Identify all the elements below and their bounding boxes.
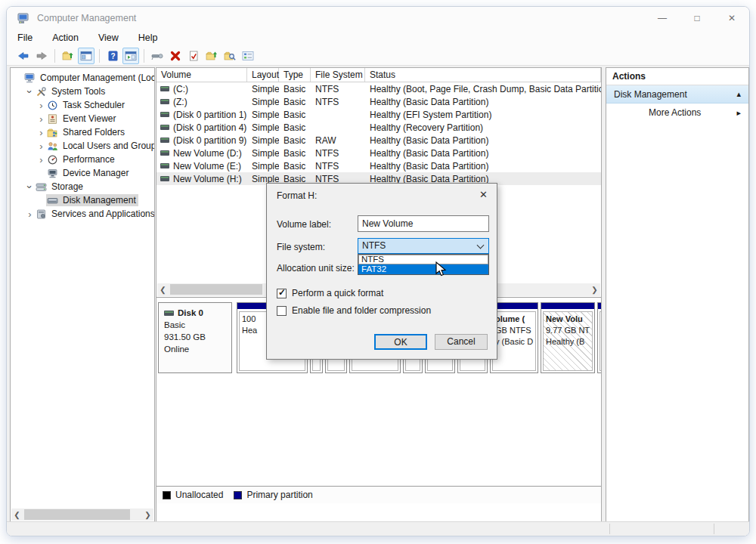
forward-icon[interactable] bbox=[33, 48, 50, 64]
ok-button[interactable]: OK bbox=[374, 334, 427, 350]
more-actions-item[interactable]: More Actions ▸ bbox=[606, 104, 748, 122]
cancel-button[interactable]: Cancel bbox=[435, 334, 488, 350]
volume-row-disk-0-partition-1[interactable]: (Disk 0 partition 1)SimpleBasicHealthy (… bbox=[156, 108, 601, 121]
action-pane-icon[interactable] bbox=[122, 48, 139, 64]
partition-block-9[interactable]: New Volu9.77 GB NTHealthy (B bbox=[541, 302, 595, 373]
tree-item-disk-management[interactable]: Disk Management bbox=[11, 193, 154, 207]
chevron-collapsed-icon[interactable]: › bbox=[36, 155, 46, 165]
shared-folders-icon bbox=[47, 128, 58, 138]
check-document-icon[interactable] bbox=[185, 48, 202, 64]
tree-item-label: Shared Folders bbox=[60, 126, 127, 138]
volume-table-header: VolumeLayoutTypeFile SystemStatus bbox=[156, 68, 601, 82]
minimize-button[interactable]: — bbox=[645, 7, 680, 29]
volume-row-disk-0-partition-9[interactable]: (Disk 0 partition 9)SimpleBasicRAWHealth… bbox=[156, 134, 601, 147]
tree-item-task-scheduler[interactable]: ›Task Scheduler bbox=[11, 98, 154, 112]
task-scheduler-icon bbox=[47, 100, 58, 110]
scroll-thumb[interactable] bbox=[170, 284, 262, 295]
file-system-option-fat32[interactable]: FAT32 bbox=[358, 264, 488, 274]
cell-file-system: NTFS bbox=[311, 148, 365, 159]
chevron-collapsed-icon[interactable]: › bbox=[36, 128, 46, 138]
volume-label-input[interactable]: New Volume bbox=[358, 215, 489, 232]
back-icon[interactable] bbox=[15, 48, 32, 64]
cell-volume: (Disk 0 partition 1) bbox=[156, 110, 247, 120]
volume-row-new-volume-d[interactable]: New Volume (D:)SimpleBasicNTFSHealthy (B… bbox=[156, 147, 601, 159]
file-system-option-ntfs[interactable]: NTFS bbox=[358, 255, 488, 264]
cell-file-system: NTFS bbox=[311, 97, 365, 107]
cell-file-system: RAW bbox=[311, 135, 365, 146]
properties-icon[interactable] bbox=[240, 48, 256, 64]
compression-checkbox[interactable] bbox=[277, 306, 287, 316]
tree-item-event-viewer[interactable]: ›Event Viewer bbox=[11, 112, 154, 125]
column-header-type[interactable]: Type bbox=[279, 68, 311, 82]
tree-item-performance[interactable]: ›Performance bbox=[11, 153, 154, 166]
scroll-thumb[interactable] bbox=[24, 509, 130, 520]
volume-row-z[interactable]: (Z:)SimpleBasicNTFSHealthy (Basic Data P… bbox=[156, 95, 601, 108]
disk0-label-box[interactable]: Disk 0 Basic 931.50 GB Online bbox=[158, 302, 232, 373]
scroll-right-icon[interactable]: ❯ bbox=[589, 286, 600, 294]
quick-format-label: Perform a quick format bbox=[292, 288, 383, 298]
remote-connection-icon[interactable] bbox=[149, 48, 166, 64]
actions-header: Actions bbox=[606, 68, 748, 85]
tree-item-local-users-and-groups[interactable]: ›Local Users and Groups bbox=[11, 139, 154, 153]
actions-group-disk-management[interactable]: Disk Management ▴ bbox=[606, 85, 748, 104]
menu-file[interactable]: File bbox=[17, 32, 33, 43]
chevron-collapsed-icon[interactable]: › bbox=[36, 141, 46, 151]
volume-row-new-volume-e[interactable]: New Volume (E:)SimpleBasicNTFSHealthy (B… bbox=[156, 159, 601, 172]
chevron-expanded-icon[interactable]: › bbox=[25, 87, 35, 97]
svg-text:?: ? bbox=[110, 51, 115, 60]
column-header-volume[interactable]: Volume bbox=[156, 68, 247, 82]
help-icon[interactable]: ? bbox=[104, 48, 121, 64]
column-header-layout[interactable]: Layout bbox=[247, 68, 279, 82]
tree-horizontal-scrollbar[interactable]: ❮ ❯ bbox=[11, 508, 153, 521]
menu-action[interactable]: Action bbox=[52, 32, 79, 43]
compression-checkbox-row[interactable]: Enable file and folder compression bbox=[277, 305, 431, 316]
tree-item-label: Performance bbox=[60, 153, 117, 165]
chevron-collapsed-icon[interactable]: › bbox=[36, 114, 46, 124]
partition-block-10[interactable] bbox=[597, 302, 602, 373]
tree-item-computer-management-local[interactable]: Computer Management (Local bbox=[11, 71, 154, 85]
close-button[interactable]: ✕ bbox=[714, 7, 749, 29]
menu-view[interactable]: View bbox=[98, 32, 119, 43]
tree-item-shared-folders[interactable]: ›Shared Folders bbox=[11, 125, 154, 139]
menu-help[interactable]: Help bbox=[138, 32, 158, 43]
performance-icon bbox=[47, 155, 58, 165]
tree-item-system-tools[interactable]: ›System Tools bbox=[11, 85, 154, 98]
delete-icon[interactable] bbox=[167, 48, 184, 64]
column-header-status[interactable]: Status bbox=[365, 68, 601, 82]
scroll-track[interactable] bbox=[23, 508, 142, 521]
file-system-combobox[interactable]: NTFS bbox=[358, 238, 489, 254]
toolbar-separator bbox=[144, 49, 144, 63]
actions-panel: Actions Disk Management ▴ More Actions ▸ bbox=[606, 67, 749, 522]
primary-partition-strip bbox=[541, 303, 594, 309]
partition-caption bbox=[600, 311, 602, 371]
legend-swatch bbox=[163, 491, 171, 499]
status-divider bbox=[714, 524, 714, 534]
tree-item-storage[interactable]: ›Storage bbox=[11, 180, 154, 193]
up-level-icon[interactable] bbox=[60, 48, 76, 64]
cell-status: Healthy (Basic Data Partition) bbox=[365, 148, 601, 159]
chevron-collapsed-icon[interactable]: › bbox=[36, 100, 46, 110]
quick-format-checkbox[interactable]: ✓ bbox=[277, 289, 287, 298]
maximize-button[interactable]: □ bbox=[680, 7, 714, 29]
actions-group-label: Disk Management bbox=[614, 89, 687, 100]
cell-type: Basic bbox=[279, 122, 311, 133]
tree-item-services-and-applications[interactable]: ›Services and Applications bbox=[11, 207, 154, 221]
quick-format-checkbox-row[interactable]: ✓ Perform a quick format bbox=[277, 288, 383, 298]
scroll-left-icon[interactable]: ❮ bbox=[157, 286, 169, 294]
tree-item-device-manager[interactable]: Device Manager bbox=[11, 166, 154, 180]
scroll-left-icon[interactable]: ❮ bbox=[11, 511, 23, 519]
column-header-file-system[interactable]: File System bbox=[311, 68, 365, 82]
console-tree-icon[interactable] bbox=[78, 48, 94, 64]
scroll-right-icon[interactable]: ❯ bbox=[142, 511, 153, 519]
find-folder-icon[interactable] bbox=[222, 48, 238, 64]
tree: Computer Management (Local›System Tools›… bbox=[11, 71, 154, 506]
cell-type: Basic bbox=[279, 161, 311, 172]
volume-row-disk-0-partition-4[interactable]: (Disk 0 partition 4)SimpleBasicHealthy (… bbox=[156, 121, 601, 134]
primary-partition-strip bbox=[491, 303, 538, 309]
volume-row-c[interactable]: (C:)SimpleBasicNTFSHealthy (Boot, Page F… bbox=[156, 82, 601, 95]
dialog-close-icon[interactable]: ✕ bbox=[479, 189, 488, 200]
chevron-expanded-icon[interactable]: › bbox=[25, 182, 35, 192]
collapse-icon[interactable]: ▴ bbox=[736, 89, 741, 99]
export-folder-icon[interactable] bbox=[203, 48, 220, 64]
chevron-collapsed-icon[interactable]: › bbox=[25, 209, 35, 219]
